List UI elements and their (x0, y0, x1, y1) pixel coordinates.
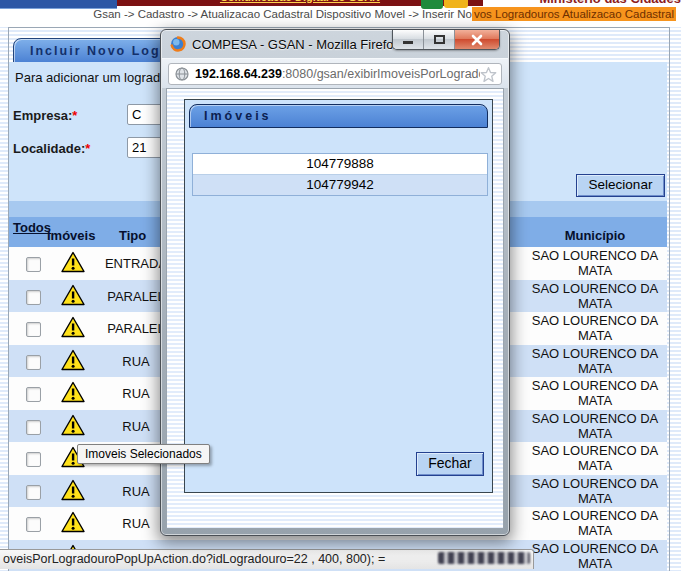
imovel-list-item[interactable]: 104779942 (193, 175, 487, 195)
row-municipio: SAO LOURENCO DA MATA (525, 346, 665, 376)
localidade-label: Localidade:* (13, 141, 90, 156)
url-bar: 192.168.64.239:8080/gsan/exibirImoveisPo… (162, 58, 508, 88)
row-municipio: SAO LOURENCO DA MATA (525, 248, 665, 278)
imoveis-list: 104779888104779942 (192, 153, 488, 196)
imoveis-tooltip: Imoveis Selecionados (77, 444, 210, 464)
warning-icon[interactable] (61, 284, 85, 306)
warning-icon[interactable] (61, 381, 85, 403)
row-checkbox[interactable] (26, 322, 41, 337)
warning-icon[interactable] (61, 251, 85, 273)
close-icon (469, 32, 485, 48)
breadcrumb-highlight: vos Logradouros Atualizacao Cadastral (472, 7, 676, 21)
row-checkbox[interactable] (26, 355, 41, 370)
obscured-status-text (438, 552, 530, 564)
maximize-button[interactable] (424, 30, 455, 49)
row-municipio: SAO LOURENCO DA MATA (525, 541, 665, 571)
row-checkbox[interactable] (26, 290, 41, 305)
selecionar-button[interactable]: Selecionar (576, 174, 665, 197)
popup-window: COMPESA - GSAN - Mozilla Firefox 192.16 (160, 29, 510, 536)
row-checkbox[interactable] (26, 257, 41, 272)
intro-text: Para adicionar um lograd (15, 70, 160, 85)
row-checkbox[interactable] (26, 517, 41, 532)
column-header-tipo: Tipo (119, 228, 146, 243)
breadcrumb-prefix: Gsan -> Cadastro -> Atualizacao Cadastra… (93, 8, 472, 20)
column-header-municipio: Município (525, 228, 665, 243)
minimize-icon (403, 41, 413, 44)
url-host: 192.168.64.239 (195, 67, 282, 81)
required-asterisk: * (72, 108, 77, 123)
firefox-icon (170, 36, 186, 52)
warning-icon[interactable] (61, 414, 85, 436)
column-header-imoveis: Imóveis (47, 228, 95, 243)
warning-icon[interactable] (61, 511, 85, 533)
bookmark-star-icon[interactable] (480, 66, 497, 83)
fechar-button[interactable]: Fechar (416, 452, 484, 476)
row-municipio: SAO LOURENCO DA MATA (525, 443, 665, 473)
row-checkbox[interactable] (26, 387, 41, 402)
url-path: :8080/gsan/exibirImoveisPorLogradouro (282, 67, 480, 81)
row-municipio: SAO LOURENCO DA MATA (525, 378, 665, 408)
maximize-icon (434, 35, 445, 44)
row-municipio: SAO LOURENCO DA MATA (525, 476, 665, 506)
warning-icon[interactable] (61, 316, 85, 338)
popup-content: Imóveis 104779888104779942 Fechar (166, 88, 504, 529)
popup-titlebar[interactable]: COMPESA - GSAN - Mozilla Firefox (161, 30, 509, 58)
minimize-button[interactable] (393, 30, 424, 49)
window-controls (392, 30, 500, 50)
row-checkbox[interactable] (26, 485, 41, 500)
globe-icon (175, 67, 189, 81)
close-button[interactable] (455, 30, 499, 49)
warning-icon[interactable] (61, 349, 85, 371)
url-text: 192.168.64.239:8080/gsan/exibirImoveisPo… (195, 67, 480, 81)
popup-window-title: COMPESA - GSAN - Mozilla Firefox (192, 37, 400, 52)
empresa-label: Empresa:* (13, 108, 77, 123)
required-asterisk: * (85, 141, 90, 156)
imovel-list-item[interactable]: 104779888 (193, 154, 487, 175)
breadcrumb: Gsan -> Cadastro -> Atualizacao Cadastra… (0, 6, 676, 23)
row-municipio: SAO LOURENCO DA MATA (525, 281, 665, 311)
address-input[interactable]: 192.168.64.239:8080/gsan/exibirImoveisPo… (168, 63, 502, 85)
imoveis-panel: Imóveis 104779888104779942 Fechar (184, 99, 493, 493)
row-checkbox[interactable] (26, 452, 41, 467)
row-municipio: SAO LOURENCO DA MATA (525, 411, 665, 441)
row-municipio: SAO LOURENCO DA MATA (525, 508, 665, 538)
row-checkbox[interactable] (26, 420, 41, 435)
screen: Comunicacao Digital do GSAN Ministerio d… (0, 0, 681, 571)
select-all-link[interactable]: Todos (13, 220, 51, 235)
warning-icon[interactable] (61, 479, 85, 501)
row-municipio: SAO LOURENCO DA MATA (525, 313, 665, 343)
panel-title: Imóveis (189, 104, 488, 128)
